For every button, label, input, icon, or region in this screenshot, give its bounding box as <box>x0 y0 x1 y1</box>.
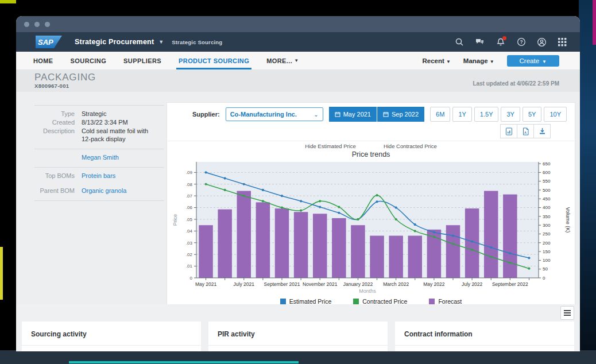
calendar-icon <box>383 111 389 117</box>
svg-text:November 2021: November 2021 <box>303 281 338 287</box>
page-header: PACKAGING X800967-001 Last updated at 4/… <box>16 70 580 92</box>
svg-text:350: 350 <box>543 214 551 219</box>
pir-activity-card[interactable]: PIR activity <box>208 322 388 351</box>
svg-text:50: 50 <box>543 266 548 272</box>
hide-contracted-price-link[interactable]: Hide Contracted Price <box>384 143 437 149</box>
date-range-group: May 2021 Sep 2022 <box>329 107 424 122</box>
tab-suppliers[interactable]: SUPPLIERS <box>123 52 161 69</box>
range-10y-button[interactable]: 10Y <box>544 107 567 122</box>
hamburger-icon <box>564 309 571 317</box>
svg-text:Months: Months <box>359 288 376 294</box>
svg-text:250: 250 <box>543 231 551 237</box>
range-6m-button[interactable]: 6M <box>430 107 450 122</box>
window-minimize-button[interactable] <box>34 22 40 27</box>
help-icon[interactable]: ? <box>516 37 526 47</box>
search-icon[interactable] <box>454 37 464 47</box>
notifications-icon[interactable] <box>496 37 505 47</box>
svg-text:.02: .02 <box>186 252 193 257</box>
detail-row-parent-bom: Parent BOM Organic granola <box>34 187 164 195</box>
svg-text:.03: .03 <box>186 241 193 246</box>
date-to-button[interactable]: Sep 2022 <box>377 107 424 122</box>
svg-text:July 2022: July 2022 <box>462 281 483 287</box>
chevron-down-icon: ▼ <box>490 59 494 64</box>
hide-estimated-price-link[interactable]: Hide Estimated Price <box>305 143 356 149</box>
svg-text:0: 0 <box>543 276 545 281</box>
account-icon[interactable] <box>537 37 547 47</box>
svg-text:550: 550 <box>543 179 551 184</box>
sourcing-activity-card[interactable]: Sourcing activity <box>22 322 201 351</box>
svg-text:200: 200 <box>543 241 551 246</box>
parent-bom-link[interactable]: Organic granola <box>82 187 155 195</box>
owner-link[interactable]: Megan Smith <box>82 153 155 161</box>
download-icon[interactable] <box>533 124 551 138</box>
chevron-down-icon[interactable]: ▼ <box>158 39 164 45</box>
content-area: Type Strategic Created 8/13/22 3:34 PM D… <box>16 92 580 304</box>
svg-text:.09: .09 <box>186 170 193 175</box>
window-close-button[interactable] <box>24 22 29 27</box>
tab-home[interactable]: HOME <box>33 52 53 69</box>
svg-text:May 2021: May 2021 <box>195 281 217 287</box>
tab-product-sourcing[interactable]: PRODUCT SOURCING <box>179 52 249 69</box>
tab-more[interactable]: MORE...▼ <box>266 52 299 69</box>
range-5y-button[interactable]: 5Y <box>523 107 541 122</box>
section-menu-button[interactable] <box>560 306 574 320</box>
window-zoom-button[interactable] <box>45 22 50 27</box>
manage-menu-button[interactable]: Manage▼ <box>463 57 494 64</box>
create-button[interactable]: Create▼ <box>507 55 559 67</box>
chart-block: Hide Estimated Price Hide Contracted Pri… <box>167 141 575 307</box>
details-section-general: Type Strategic Created 8/13/22 3:34 PM D… <box>34 105 164 149</box>
export-image-icon[interactable] <box>500 124 517 138</box>
detail-row-type: Type Strategic <box>34 110 164 118</box>
price-trends-chart: 0.01.02.03.04.05.06.07.08.09050100150200… <box>170 158 572 296</box>
export-toolbar: A <box>167 124 575 138</box>
supplier-select[interactable]: Co-Manufacturing Inc. ⌄ <box>226 107 323 121</box>
price-trends-card: Supplier: Co-Manufacturing Inc. ⌄ May 20… <box>167 102 575 309</box>
nav-bar: HOME SOURCING SUPPLIERS PRODUCT SOURCING… <box>16 52 580 70</box>
svg-text:100: 100 <box>543 258 551 263</box>
legend-swatch-contracted <box>353 299 359 304</box>
svg-text:Volume (K): Volume (K) <box>565 207 571 233</box>
shell-app-title: Strategic Sourcing <box>172 39 222 45</box>
card-title: Contract information <box>395 322 574 346</box>
details-section-owner: Megan Smith <box>34 149 164 167</box>
app-finder-icon[interactable] <box>558 37 567 47</box>
detail-row-description: Description Cold seal matte foil with 12… <box>34 127 164 143</box>
glitch-artifact <box>579 0 596 364</box>
svg-text:.05: .05 <box>186 217 193 222</box>
recent-menu-button[interactable]: Recent▼ <box>423 57 451 64</box>
svg-text:500: 500 <box>543 188 551 193</box>
chevron-down-icon: ▼ <box>446 59 451 64</box>
page-subtitle-id: X800967-001 <box>34 83 96 89</box>
svg-text:Price: Price <box>172 214 178 226</box>
window-titlebar <box>16 16 580 32</box>
desktop-background: SAP Strategic Procurement ▼ Strategic So… <box>0 0 596 364</box>
messages-icon[interactable] <box>475 37 485 47</box>
svg-text:March 2022: March 2022 <box>383 281 409 287</box>
range-1-5y-button[interactable]: 1.5Y <box>474 107 499 122</box>
bottom-section: Sourcing activity PIR activity Contract … <box>16 304 580 351</box>
calendar-icon <box>335 111 340 117</box>
tab-sourcing[interactable]: SOURCING <box>71 52 106 69</box>
details-section-boms: Top BOMs Protein bars Parent BOM Organic… <box>34 167 164 201</box>
contract-information-card[interactable]: Contract information <box>395 322 574 351</box>
svg-text:300: 300 <box>543 223 551 228</box>
chevron-down-icon: ⌄ <box>314 111 318 118</box>
svg-text:.06: .06 <box>186 205 193 210</box>
svg-text:A: A <box>524 130 527 134</box>
legend-swatch-estimated <box>280 299 286 304</box>
chart-title: Price trends <box>167 150 575 158</box>
chevron-down-icon: ▼ <box>294 58 299 63</box>
top-boms-link[interactable]: Protein bars <box>82 172 155 180</box>
svg-text:January 2022: January 2022 <box>343 281 373 287</box>
page-title: PACKAGING <box>34 72 96 83</box>
svg-text:.01: .01 <box>186 264 193 269</box>
nav-actions: Recent▼ Manage▼ Create▼ <box>423 55 559 67</box>
range-1y-button[interactable]: 1Y <box>452 107 471 122</box>
svg-text:400: 400 <box>543 205 551 210</box>
range-3y-button[interactable]: 3Y <box>501 107 520 122</box>
legend-swatch-forecast <box>429 299 435 304</box>
date-from-button[interactable]: May 2021 <box>329 107 377 122</box>
svg-text:0: 0 <box>190 276 193 281</box>
tab-strip: HOME SOURCING SUPPLIERS PRODUCT SOURCING… <box>33 52 299 69</box>
export-pdf-icon[interactable]: A <box>517 124 534 138</box>
